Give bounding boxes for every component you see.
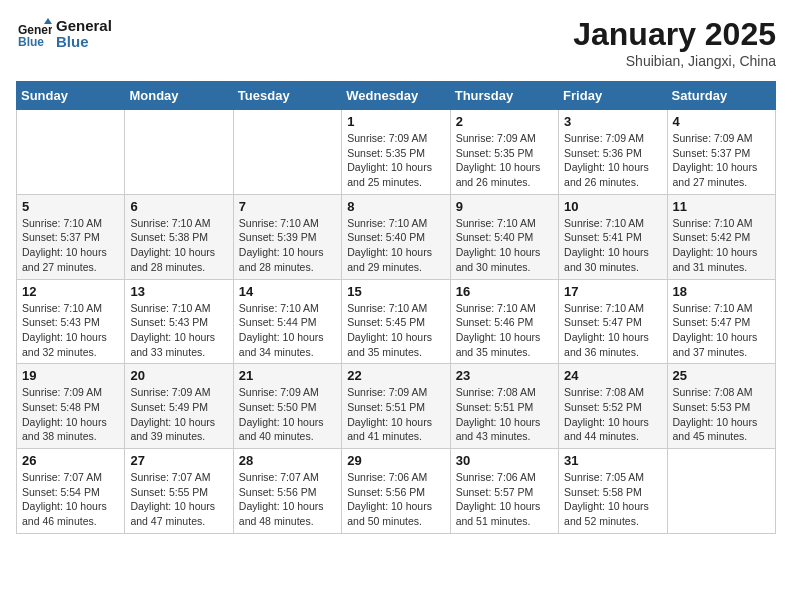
day-info: Sunrise: 7:09 AM Sunset: 5:50 PM Dayligh… (239, 385, 336, 444)
logo: General Blue General Blue (16, 16, 112, 52)
calendar-cell (125, 110, 233, 195)
calendar-cell: 15Sunrise: 7:10 AM Sunset: 5:45 PM Dayli… (342, 279, 450, 364)
day-number: 8 (347, 199, 444, 214)
weekday-header-monday: Monday (125, 82, 233, 110)
day-info: Sunrise: 7:10 AM Sunset: 5:37 PM Dayligh… (22, 216, 119, 275)
day-number: 26 (22, 453, 119, 468)
calendar-cell: 10Sunrise: 7:10 AM Sunset: 5:41 PM Dayli… (559, 194, 667, 279)
weekday-header-saturday: Saturday (667, 82, 775, 110)
svg-marker-2 (44, 18, 52, 24)
page-header: General Blue General Blue January 2025 S… (16, 16, 776, 69)
day-number: 5 (22, 199, 119, 214)
day-number: 4 (673, 114, 770, 129)
day-number: 14 (239, 284, 336, 299)
day-info: Sunrise: 7:10 AM Sunset: 5:47 PM Dayligh… (564, 301, 661, 360)
calendar-cell: 22Sunrise: 7:09 AM Sunset: 5:51 PM Dayli… (342, 364, 450, 449)
calendar-cell: 8Sunrise: 7:10 AM Sunset: 5:40 PM Daylig… (342, 194, 450, 279)
calendar-cell: 18Sunrise: 7:10 AM Sunset: 5:47 PM Dayli… (667, 279, 775, 364)
day-info: Sunrise: 7:08 AM Sunset: 5:53 PM Dayligh… (673, 385, 770, 444)
day-number: 16 (456, 284, 553, 299)
calendar-cell: 9Sunrise: 7:10 AM Sunset: 5:40 PM Daylig… (450, 194, 558, 279)
weekday-header-sunday: Sunday (17, 82, 125, 110)
day-number: 10 (564, 199, 661, 214)
location: Shuibian, Jiangxi, China (573, 53, 776, 69)
calendar-cell (233, 110, 341, 195)
calendar-cell: 17Sunrise: 7:10 AM Sunset: 5:47 PM Dayli… (559, 279, 667, 364)
day-info: Sunrise: 7:10 AM Sunset: 5:38 PM Dayligh… (130, 216, 227, 275)
day-info: Sunrise: 7:10 AM Sunset: 5:43 PM Dayligh… (22, 301, 119, 360)
calendar-cell: 27Sunrise: 7:07 AM Sunset: 5:55 PM Dayli… (125, 449, 233, 534)
day-info: Sunrise: 7:07 AM Sunset: 5:54 PM Dayligh… (22, 470, 119, 529)
calendar-cell: 2Sunrise: 7:09 AM Sunset: 5:35 PM Daylig… (450, 110, 558, 195)
logo-icon: General Blue (16, 16, 52, 52)
day-number: 19 (22, 368, 119, 383)
day-info: Sunrise: 7:10 AM Sunset: 5:42 PM Dayligh… (673, 216, 770, 275)
calendar-cell (17, 110, 125, 195)
day-number: 9 (456, 199, 553, 214)
calendar-cell: 30Sunrise: 7:06 AM Sunset: 5:57 PM Dayli… (450, 449, 558, 534)
weekday-header-tuesday: Tuesday (233, 82, 341, 110)
day-info: Sunrise: 7:10 AM Sunset: 5:43 PM Dayligh… (130, 301, 227, 360)
day-info: Sunrise: 7:10 AM Sunset: 5:47 PM Dayligh… (673, 301, 770, 360)
weekday-header-friday: Friday (559, 82, 667, 110)
day-info: Sunrise: 7:09 AM Sunset: 5:37 PM Dayligh… (673, 131, 770, 190)
weekday-header-row: SundayMondayTuesdayWednesdayThursdayFrid… (17, 82, 776, 110)
calendar-table: SundayMondayTuesdayWednesdayThursdayFrid… (16, 81, 776, 534)
calendar-cell: 1Sunrise: 7:09 AM Sunset: 5:35 PM Daylig… (342, 110, 450, 195)
day-info: Sunrise: 7:08 AM Sunset: 5:52 PM Dayligh… (564, 385, 661, 444)
calendar-cell: 3Sunrise: 7:09 AM Sunset: 5:36 PM Daylig… (559, 110, 667, 195)
calendar-cell: 5Sunrise: 7:10 AM Sunset: 5:37 PM Daylig… (17, 194, 125, 279)
calendar-cell: 4Sunrise: 7:09 AM Sunset: 5:37 PM Daylig… (667, 110, 775, 195)
calendar-cell: 13Sunrise: 7:10 AM Sunset: 5:43 PM Dayli… (125, 279, 233, 364)
day-info: Sunrise: 7:08 AM Sunset: 5:51 PM Dayligh… (456, 385, 553, 444)
calendar-cell: 31Sunrise: 7:05 AM Sunset: 5:58 PM Dayli… (559, 449, 667, 534)
day-number: 31 (564, 453, 661, 468)
day-info: Sunrise: 7:10 AM Sunset: 5:40 PM Dayligh… (456, 216, 553, 275)
calendar-cell: 21Sunrise: 7:09 AM Sunset: 5:50 PM Dayli… (233, 364, 341, 449)
calendar-cell: 12Sunrise: 7:10 AM Sunset: 5:43 PM Dayli… (17, 279, 125, 364)
day-info: Sunrise: 7:06 AM Sunset: 5:56 PM Dayligh… (347, 470, 444, 529)
calendar-cell: 16Sunrise: 7:10 AM Sunset: 5:46 PM Dayli… (450, 279, 558, 364)
day-info: Sunrise: 7:09 AM Sunset: 5:51 PM Dayligh… (347, 385, 444, 444)
title-block: January 2025 Shuibian, Jiangxi, China (573, 16, 776, 69)
day-number: 11 (673, 199, 770, 214)
day-info: Sunrise: 7:05 AM Sunset: 5:58 PM Dayligh… (564, 470, 661, 529)
day-number: 29 (347, 453, 444, 468)
day-number: 1 (347, 114, 444, 129)
calendar-cell: 24Sunrise: 7:08 AM Sunset: 5:52 PM Dayli… (559, 364, 667, 449)
day-info: Sunrise: 7:10 AM Sunset: 5:40 PM Dayligh… (347, 216, 444, 275)
day-number: 7 (239, 199, 336, 214)
day-number: 22 (347, 368, 444, 383)
day-number: 27 (130, 453, 227, 468)
calendar-cell: 26Sunrise: 7:07 AM Sunset: 5:54 PM Dayli… (17, 449, 125, 534)
day-info: Sunrise: 7:09 AM Sunset: 5:36 PM Dayligh… (564, 131, 661, 190)
day-number: 15 (347, 284, 444, 299)
day-number: 28 (239, 453, 336, 468)
day-number: 12 (22, 284, 119, 299)
day-number: 2 (456, 114, 553, 129)
calendar-cell: 19Sunrise: 7:09 AM Sunset: 5:48 PM Dayli… (17, 364, 125, 449)
day-info: Sunrise: 7:10 AM Sunset: 5:44 PM Dayligh… (239, 301, 336, 360)
day-info: Sunrise: 7:07 AM Sunset: 5:56 PM Dayligh… (239, 470, 336, 529)
day-number: 3 (564, 114, 661, 129)
calendar-cell: 6Sunrise: 7:10 AM Sunset: 5:38 PM Daylig… (125, 194, 233, 279)
day-info: Sunrise: 7:09 AM Sunset: 5:49 PM Dayligh… (130, 385, 227, 444)
calendar-cell: 14Sunrise: 7:10 AM Sunset: 5:44 PM Dayli… (233, 279, 341, 364)
month-title: January 2025 (573, 16, 776, 53)
day-number: 24 (564, 368, 661, 383)
calendar-cell (667, 449, 775, 534)
day-info: Sunrise: 7:10 AM Sunset: 5:45 PM Dayligh… (347, 301, 444, 360)
day-info: Sunrise: 7:09 AM Sunset: 5:35 PM Dayligh… (347, 131, 444, 190)
calendar-week-2: 5Sunrise: 7:10 AM Sunset: 5:37 PM Daylig… (17, 194, 776, 279)
day-number: 17 (564, 284, 661, 299)
day-info: Sunrise: 7:10 AM Sunset: 5:46 PM Dayligh… (456, 301, 553, 360)
day-info: Sunrise: 7:09 AM Sunset: 5:48 PM Dayligh… (22, 385, 119, 444)
day-number: 25 (673, 368, 770, 383)
day-number: 21 (239, 368, 336, 383)
calendar-week-4: 19Sunrise: 7:09 AM Sunset: 5:48 PM Dayli… (17, 364, 776, 449)
calendar-cell: 29Sunrise: 7:06 AM Sunset: 5:56 PM Dayli… (342, 449, 450, 534)
day-number: 30 (456, 453, 553, 468)
calendar-cell: 20Sunrise: 7:09 AM Sunset: 5:49 PM Dayli… (125, 364, 233, 449)
day-info: Sunrise: 7:06 AM Sunset: 5:57 PM Dayligh… (456, 470, 553, 529)
calendar-week-1: 1Sunrise: 7:09 AM Sunset: 5:35 PM Daylig… (17, 110, 776, 195)
